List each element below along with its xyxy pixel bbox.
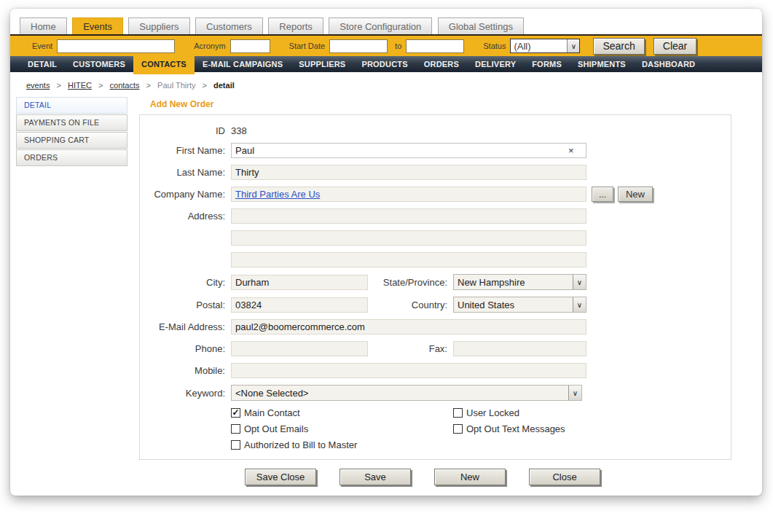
postal-input[interactable] — [231, 297, 368, 313]
first-name-input[interactable] — [231, 143, 586, 158]
tab-customers[interactable]: Customers — [195, 17, 263, 34]
last-name-input[interactable] — [231, 165, 586, 180]
close-button[interactable]: Close — [529, 469, 600, 485]
user-locked-option[interactable]: User Locked — [453, 407, 519, 418]
nav-suppliers[interactable]: SUPPLIERS — [291, 56, 353, 72]
company-field: Third Parties Are Us — [231, 187, 586, 202]
email-row: E-Mail Address: — [140, 319, 731, 335]
phone-fax-row: Phone: Fax: — [140, 341, 731, 356]
id-value: 338 — [231, 125, 247, 136]
state-select-value: New Hampshire — [458, 277, 525, 288]
breadcrumb-hitec[interactable]: HITEC — [68, 81, 92, 90]
chevron-down-icon[interactable]: ∨ — [573, 275, 586, 289]
email-label: E-Mail Address: — [140, 321, 225, 332]
tab-home[interactable]: Home — [20, 17, 67, 34]
form-actions: Save Close Save New Close — [245, 469, 733, 485]
mobile-row: Mobile: — [140, 363, 731, 378]
state-label: State/Province: — [368, 277, 447, 288]
authorized-bill-master-checkbox[interactable] — [231, 440, 240, 450]
user-locked-checkbox[interactable] — [453, 408, 463, 418]
address-line3-input[interactable] — [231, 252, 586, 267]
email-input[interactable] — [231, 319, 586, 335]
tab-store-configuration[interactable]: Store Configuration — [329, 17, 432, 34]
keyword-select[interactable]: <None Selected> ∨ — [231, 385, 582, 401]
search-button[interactable]: Search — [593, 38, 644, 55]
first-name-label: First Name: — [140, 145, 225, 156]
authorized-bill-master-option[interactable]: Authorized to Bill to Master — [231, 439, 453, 450]
start-date-label: Start Date — [289, 42, 326, 50]
address-line1-input[interactable] — [231, 208, 586, 224]
address-line2-input[interactable] — [231, 230, 586, 246]
opt-out-text-checkbox[interactable] — [453, 424, 463, 434]
fax-input[interactable] — [453, 341, 586, 356]
postal-country-row: Postal: Country: United States ∨ — [140, 297, 731, 313]
last-name-label: Last Name: — [140, 167, 225, 178]
acronym-label: Acronym — [194, 42, 225, 50]
tab-reports[interactable]: Reports — [268, 17, 323, 34]
breadcrumb-current: detail — [213, 81, 235, 90]
country-label: Country: — [368, 300, 447, 310]
tab-events[interactable]: Events — [72, 17, 123, 34]
id-label: ID — [140, 125, 225, 136]
nav-products[interactable]: PRODUCTS — [353, 56, 415, 72]
sidebar-item-shopping-cart[interactable]: SHOPPING CART — [16, 132, 127, 149]
sidebar-item-orders[interactable]: ORDERS — [16, 149, 127, 166]
tab-suppliers[interactable]: Suppliers — [128, 17, 189, 34]
phone-input[interactable] — [231, 341, 368, 356]
country-select[interactable]: United States ∨ — [453, 297, 586, 313]
breadcrumb-contacts[interactable]: contacts — [110, 81, 140, 90]
clear-field-icon[interactable]: × — [568, 145, 574, 156]
tab-global-settings[interactable]: Global Settings — [438, 17, 524, 34]
city-state-row: City: State/Province: New Hampshire ∨ — [140, 274, 731, 290]
event-input[interactable] — [57, 39, 175, 53]
main-contact-option[interactable]: ✓ Main Contact — [231, 407, 453, 418]
mobile-input[interactable] — [231, 363, 586, 378]
nav-email-campaigns[interactable]: E-MAIL CAMPAIGNS — [195, 56, 291, 72]
company-new-button[interactable]: New — [618, 187, 653, 202]
status-select[interactable]: (All) ∨ — [510, 39, 580, 53]
city-input[interactable] — [231, 275, 368, 290]
opt-out-emails-label: Opt Out Emails — [244, 423, 308, 434]
chevron-down-icon[interactable]: ∨ — [567, 39, 579, 52]
keyword-label: Keyword: — [140, 388, 225, 399]
acronym-input[interactable] — [230, 39, 270, 53]
nav-delivery[interactable]: DELIVERY — [467, 56, 524, 72]
opt-out-text-option[interactable]: Opt Out Text Messages — [453, 423, 565, 434]
add-new-order-link[interactable]: Add New Order — [150, 99, 213, 109]
nav-shipments[interactable]: SHIPMENTS — [570, 56, 634, 72]
nav-customers[interactable]: CUSTOMERS — [65, 56, 133, 72]
clear-button[interactable]: Clear — [654, 38, 697, 55]
company-browse-button[interactable]: ... — [592, 187, 613, 202]
opt-out-emails-option[interactable]: Opt Out Emails — [231, 423, 453, 434]
company-label: Company Name: — [140, 189, 225, 200]
save-button[interactable]: Save — [340, 469, 411, 485]
user-locked-label: User Locked — [466, 407, 519, 418]
keyword-select-value: <None Selected> — [235, 388, 308, 399]
end-date-input[interactable] — [406, 39, 464, 53]
event-search-bar: Event Acronym Start Date to Status (All)… — [10, 34, 762, 56]
contact-form: ID 338 First Name: × Last Name: Company … — [139, 114, 731, 460]
nav-dashboard[interactable]: DASHBOARD — [634, 56, 703, 72]
save-close-button[interactable]: Save Close — [245, 469, 316, 485]
start-date-input[interactable] — [329, 39, 388, 53]
chevron-down-icon[interactable]: ∨ — [568, 386, 581, 400]
state-select[interactable]: New Hampshire ∨ — [453, 274, 586, 290]
nav-forms[interactable]: FORMS — [524, 56, 570, 72]
chevron-down-icon[interactable]: ∨ — [573, 297, 586, 312]
sidebar: DETAIL PAYMENTS ON FILE SHOPPING CART OR… — [16, 97, 127, 485]
section-nav-bar: DETAIL CUSTOMERS CONTACTS E-MAIL CAMPAIG… — [10, 56, 762, 72]
sidebar-item-detail[interactable]: DETAIL — [16, 97, 127, 114]
new-button[interactable]: New — [434, 469, 506, 485]
breadcrumb-events[interactable]: events — [26, 81, 50, 90]
nav-orders[interactable]: ORDERS — [416, 56, 467, 72]
content-area: DETAIL PAYMENTS ON FILE SHOPPING CART OR… — [10, 97, 762, 485]
nav-detail[interactable]: DETAIL — [20, 56, 65, 72]
sidebar-item-payments-on-file[interactable]: PAYMENTS ON FILE — [16, 114, 127, 131]
company-link[interactable]: Third Parties Are Us — [235, 189, 320, 200]
breadcrumb: events > HITEC > contacts > Paul Thirty … — [10, 72, 762, 97]
main-contact-checkbox[interactable]: ✓ — [231, 408, 240, 418]
first-name-row: First Name: × — [140, 143, 731, 158]
opt-out-emails-checkbox[interactable] — [231, 424, 240, 434]
nav-contacts[interactable]: CONTACTS — [133, 56, 195, 72]
authorized-bill-master-label: Authorized to Bill to Master — [244, 439, 357, 450]
